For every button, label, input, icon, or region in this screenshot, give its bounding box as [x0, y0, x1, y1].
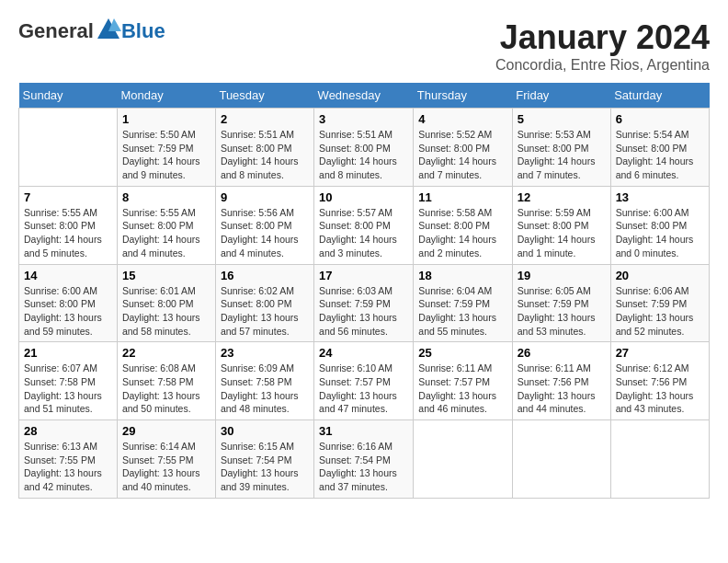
- day-info: Sunrise: 6:08 AM Sunset: 7:58 PM Dayligh…: [122, 362, 210, 416]
- calendar-cell: [610, 420, 709, 499]
- weekday-header-sunday: Sunday: [19, 83, 118, 109]
- day-info: Sunrise: 5:58 AM Sunset: 8:00 PM Dayligh…: [418, 206, 506, 260]
- calendar-cell: 8Sunrise: 5:55 AM Sunset: 8:00 PM Daylig…: [117, 186, 215, 264]
- day-number: 18: [418, 269, 506, 282]
- calendar-cell: 7Sunrise: 5:55 AM Sunset: 8:00 PM Daylig…: [19, 186, 118, 264]
- day-info: Sunrise: 6:15 AM Sunset: 7:54 PM Dayligh…: [221, 440, 309, 494]
- day-info: Sunrise: 5:54 AM Sunset: 8:00 PM Dayligh…: [616, 128, 704, 182]
- logo: General Blue: [18, 18, 165, 44]
- calendar-week-row: 14Sunrise: 6:00 AM Sunset: 8:00 PM Dayli…: [19, 264, 710, 342]
- logo-icon: [96, 17, 121, 42]
- weekday-header-saturday: Saturday: [610, 83, 709, 109]
- calendar-cell: 18Sunrise: 6:04 AM Sunset: 7:59 PM Dayli…: [414, 264, 512, 342]
- calendar-cell: 25Sunrise: 6:11 AM Sunset: 7:57 PM Dayli…: [414, 342, 512, 420]
- day-info: Sunrise: 5:57 AM Sunset: 8:00 PM Dayligh…: [319, 206, 408, 260]
- calendar-cell: 20Sunrise: 6:06 AM Sunset: 7:59 PM Dayli…: [610, 264, 709, 342]
- calendar-cell: 27Sunrise: 6:12 AM Sunset: 7:56 PM Dayli…: [610, 342, 709, 420]
- calendar-cell: 10Sunrise: 5:57 AM Sunset: 8:00 PM Dayli…: [314, 186, 414, 264]
- day-number: 1: [122, 112, 210, 126]
- calendar-week-row: 7Sunrise: 5:55 AM Sunset: 8:00 PM Daylig…: [19, 186, 710, 264]
- calendar-cell: 5Sunrise: 5:53 AM Sunset: 8:00 PM Daylig…: [512, 109, 610, 187]
- calendar-cell: 1Sunrise: 5:50 AM Sunset: 7:59 PM Daylig…: [117, 109, 215, 187]
- calendar-cell: 23Sunrise: 6:09 AM Sunset: 7:58 PM Dayli…: [215, 342, 313, 420]
- day-info: Sunrise: 6:09 AM Sunset: 7:58 PM Dayligh…: [221, 362, 309, 416]
- day-info: Sunrise: 5:56 AM Sunset: 8:00 PM Dayligh…: [221, 206, 309, 260]
- day-info: Sunrise: 6:03 AM Sunset: 7:59 PM Dayligh…: [319, 284, 408, 339]
- calendar-table: SundayMondayTuesdayWednesdayThursdayFrid…: [18, 83, 710, 499]
- calendar-cell: 22Sunrise: 6:08 AM Sunset: 7:58 PM Dayli…: [117, 342, 215, 420]
- day-info: Sunrise: 5:59 AM Sunset: 8:00 PM Dayligh…: [518, 206, 606, 260]
- day-number: 2: [221, 112, 309, 126]
- day-info: Sunrise: 5:53 AM Sunset: 8:00 PM Dayligh…: [518, 128, 606, 182]
- calendar-cell: 17Sunrise: 6:03 AM Sunset: 7:59 PM Dayli…: [314, 264, 414, 342]
- day-number: 17: [319, 269, 408, 282]
- day-number: 21: [24, 346, 112, 360]
- calendar-cell: 29Sunrise: 6:14 AM Sunset: 7:55 PM Dayli…: [117, 420, 215, 499]
- day-info: Sunrise: 6:12 AM Sunset: 7:56 PM Dayligh…: [616, 362, 704, 416]
- weekday-header-thursday: Thursday: [414, 83, 512, 109]
- day-number: 4: [418, 112, 506, 126]
- calendar-cell: [512, 420, 610, 499]
- day-info: Sunrise: 6:00 AM Sunset: 8:00 PM Dayligh…: [616, 206, 704, 260]
- day-number: 26: [518, 346, 606, 360]
- calendar-cell: 31Sunrise: 6:16 AM Sunset: 7:54 PM Dayli…: [314, 420, 414, 499]
- calendar-cell: 14Sunrise: 6:00 AM Sunset: 8:00 PM Dayli…: [19, 264, 118, 342]
- day-number: 20: [616, 269, 704, 282]
- day-info: Sunrise: 6:14 AM Sunset: 7:55 PM Dayligh…: [122, 440, 210, 494]
- day-info: Sunrise: 5:55 AM Sunset: 8:00 PM Dayligh…: [24, 206, 112, 260]
- day-number: 23: [221, 346, 309, 360]
- calendar-week-row: 28Sunrise: 6:13 AM Sunset: 7:55 PM Dayli…: [19, 420, 710, 499]
- day-info: Sunrise: 6:04 AM Sunset: 7:59 PM Dayligh…: [418, 284, 506, 339]
- calendar-cell: 3Sunrise: 5:51 AM Sunset: 8:00 PM Daylig…: [314, 109, 414, 187]
- weekday-header-monday: Monday: [117, 83, 215, 109]
- calendar-cell: 28Sunrise: 6:13 AM Sunset: 7:55 PM Dayli…: [19, 420, 118, 499]
- calendar-week-row: 21Sunrise: 6:07 AM Sunset: 7:58 PM Dayli…: [19, 342, 710, 420]
- day-info: Sunrise: 6:06 AM Sunset: 7:59 PM Dayligh…: [616, 284, 704, 339]
- title-block: January 2024 Concordia, Entre Rios, Arge…: [495, 18, 710, 74]
- day-info: Sunrise: 6:10 AM Sunset: 7:57 PM Dayligh…: [319, 362, 408, 416]
- day-info: Sunrise: 6:01 AM Sunset: 8:00 PM Dayligh…: [122, 284, 210, 339]
- day-number: 14: [24, 269, 112, 282]
- day-number: 12: [518, 190, 606, 204]
- calendar-cell: 12Sunrise: 5:59 AM Sunset: 8:00 PM Dayli…: [512, 186, 610, 264]
- day-number: 10: [319, 190, 408, 204]
- calendar-cell: 30Sunrise: 6:15 AM Sunset: 7:54 PM Dayli…: [215, 420, 313, 499]
- day-number: 24: [319, 346, 408, 360]
- day-number: 6: [616, 112, 704, 126]
- logo-general-text: General: [18, 19, 94, 43]
- location-subtitle: Concordia, Entre Rios, Argentina: [495, 57, 710, 74]
- page-header: General Blue January 2024 Concordia, Ent…: [18, 18, 710, 74]
- day-number: 9: [221, 190, 309, 204]
- calendar-week-row: 1Sunrise: 5:50 AM Sunset: 7:59 PM Daylig…: [19, 109, 710, 187]
- calendar-cell: 16Sunrise: 6:02 AM Sunset: 8:00 PM Dayli…: [215, 264, 313, 342]
- day-info: Sunrise: 6:07 AM Sunset: 7:58 PM Dayligh…: [24, 362, 112, 416]
- day-number: 29: [122, 424, 210, 438]
- calendar-cell: 19Sunrise: 6:05 AM Sunset: 7:59 PM Dayli…: [512, 264, 610, 342]
- day-info: Sunrise: 5:52 AM Sunset: 8:00 PM Dayligh…: [418, 128, 506, 182]
- day-number: 19: [518, 269, 606, 282]
- day-number: 30: [221, 424, 309, 438]
- day-info: Sunrise: 5:51 AM Sunset: 8:00 PM Dayligh…: [319, 128, 408, 182]
- day-number: 27: [616, 346, 704, 360]
- day-number: 28: [24, 424, 112, 438]
- day-info: Sunrise: 5:55 AM Sunset: 8:00 PM Dayligh…: [122, 206, 210, 260]
- calendar-cell: 2Sunrise: 5:51 AM Sunset: 8:00 PM Daylig…: [215, 109, 313, 187]
- day-number: 16: [221, 269, 309, 282]
- day-number: 5: [518, 112, 606, 126]
- day-number: 7: [24, 190, 112, 204]
- day-info: Sunrise: 5:51 AM Sunset: 8:00 PM Dayligh…: [221, 128, 309, 182]
- calendar-cell: 4Sunrise: 5:52 AM Sunset: 8:00 PM Daylig…: [414, 109, 512, 187]
- day-number: 25: [418, 346, 506, 360]
- calendar-cell: 9Sunrise: 5:56 AM Sunset: 8:00 PM Daylig…: [215, 186, 313, 264]
- day-number: 3: [319, 112, 408, 126]
- day-number: 8: [122, 190, 210, 204]
- calendar-cell: 6Sunrise: 5:54 AM Sunset: 8:00 PM Daylig…: [610, 109, 709, 187]
- logo-blue-text: Blue: [121, 19, 165, 43]
- calendar-cell: 11Sunrise: 5:58 AM Sunset: 8:00 PM Dayli…: [414, 186, 512, 264]
- day-number: 31: [319, 424, 408, 438]
- month-year-title: January 2024: [495, 18, 710, 57]
- day-info: Sunrise: 5:50 AM Sunset: 7:59 PM Dayligh…: [122, 128, 210, 182]
- weekday-header-tuesday: Tuesday: [215, 83, 313, 109]
- weekday-header-wednesday: Wednesday: [314, 83, 414, 109]
- day-info: Sunrise: 6:11 AM Sunset: 7:56 PM Dayligh…: [518, 362, 606, 416]
